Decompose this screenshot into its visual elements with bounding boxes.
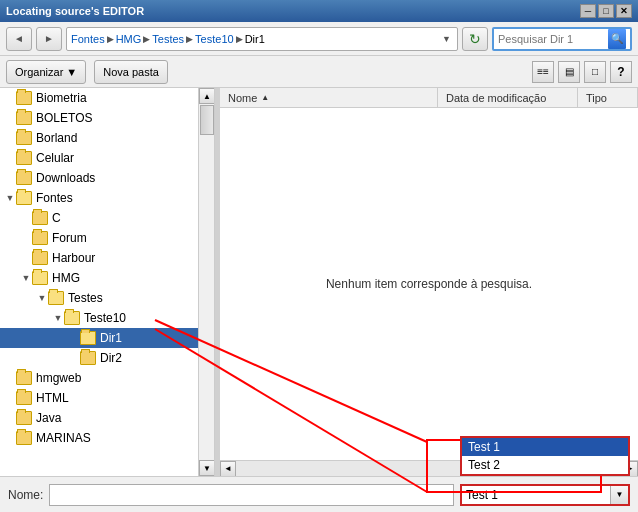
expand-icon — [4, 132, 16, 144]
expand-icon: ▼ — [20, 272, 32, 284]
col-name-label: Nome — [228, 92, 257, 104]
tree-label: Celular — [36, 151, 74, 165]
col-header-date[interactable]: Data de modificação — [438, 88, 578, 107]
tree-item-marinas[interactable]: MARINAS — [0, 428, 198, 448]
tree-item-hmg[interactable]: ▼ HMG — [0, 268, 198, 288]
tree-label: Forum — [52, 231, 87, 245]
tree-item-fontes[interactable]: ▼ Fontes — [0, 188, 198, 208]
window-title: Locating source's EDITOR — [6, 5, 144, 17]
empty-message: Nenhum item corresponde à pesquisa. — [326, 277, 532, 291]
scroll-down-arrow[interactable]: ▼ — [199, 460, 215, 476]
expand-icon — [4, 112, 16, 124]
folder-icon — [16, 131, 32, 145]
expand-icon — [20, 252, 32, 264]
nav-forward-button[interactable]: ► — [36, 27, 62, 51]
tree-item-boletos[interactable]: BOLETOS — [0, 108, 198, 128]
breadcrumb-dropdown-icon[interactable]: ▼ — [442, 34, 451, 44]
tree-label: Java — [36, 411, 61, 425]
title-bar-buttons: ─ □ ✕ — [580, 4, 632, 18]
help-button[interactable]: ? — [610, 61, 632, 83]
tree-item-downloads[interactable]: Downloads — [0, 168, 198, 188]
main-content: Biometria BOLETOS Borland Celular Downlo… — [0, 88, 638, 476]
folder-icon — [16, 391, 32, 405]
tree-item-c[interactable]: C — [0, 208, 198, 228]
tree-label: BOLETOS — [36, 111, 92, 125]
tree-label: Dir2 — [100, 351, 122, 365]
tree-item-html[interactable]: HTML — [0, 388, 198, 408]
expand-icon: ▼ — [36, 292, 48, 304]
tree-label: Dir1 — [100, 331, 122, 345]
dropdown-option-test2[interactable]: Test 2 — [462, 456, 628, 474]
tree-item-hmgweb[interactable]: hmgweb — [0, 368, 198, 388]
tree-item-borland[interactable]: Borland — [0, 128, 198, 148]
tree-label: HMG — [52, 271, 80, 285]
expand-icon — [20, 232, 32, 244]
folder-icon — [64, 311, 80, 325]
breadcrumb-fontes[interactable]: Fontes — [71, 33, 105, 45]
dropdown-popup: Test 1 Test 2 — [460, 436, 630, 476]
tree-item-harbour[interactable]: Harbour — [0, 248, 198, 268]
col-header-type[interactable]: Tipo — [578, 88, 638, 107]
search-input[interactable] — [498, 33, 608, 45]
expand-icon — [4, 92, 16, 104]
dropdown-arrow-button[interactable]: ▼ — [610, 486, 628, 504]
breadcrumb[interactable]: Fontes ▶ HMG ▶ Testes ▶ Teste10 ▶ Dir1 ▼ — [66, 27, 458, 51]
tree-item-forum[interactable]: Forum — [0, 228, 198, 248]
breadcrumb-dir1[interactable]: Dir1 — [245, 33, 265, 45]
refresh-button[interactable]: ↻ — [462, 27, 488, 51]
folder-icon — [48, 291, 64, 305]
bottom-bar: Nome: Test 1 ▼ — [0, 476, 638, 512]
maximize-button[interactable]: □ — [598, 4, 614, 18]
tree-item-dir1[interactable]: Dir1 — [0, 328, 198, 348]
tree-label: Borland — [36, 131, 77, 145]
dropdown-option-test1[interactable]: Test 1 — [462, 438, 628, 456]
nome-label: Nome: — [8, 488, 43, 502]
tree-label: HTML — [36, 391, 69, 405]
tree-item-celular[interactable]: Celular — [0, 148, 198, 168]
tree-label: Teste10 — [84, 311, 126, 325]
scroll-up-arrow[interactable]: ▲ — [199, 88, 215, 104]
folder-icon — [32, 211, 48, 225]
view-details-button[interactable]: ▤ — [558, 61, 580, 83]
h-scroll-left-arrow[interactable]: ◄ — [220, 461, 236, 477]
vertical-scrollbar[interactable]: ▲ ▼ — [198, 88, 214, 476]
breadcrumb-sep4: ▶ — [236, 34, 243, 44]
nav-back-button[interactable]: ◄ — [6, 27, 32, 51]
expand-icon — [4, 152, 16, 164]
view-list-button[interactable]: ≡≡ — [532, 61, 554, 83]
right-panel: Nome ▲ Data de modificação Tipo Nenhum i… — [220, 88, 638, 476]
title-bar: Locating source's EDITOR ─ □ ✕ — [0, 0, 638, 22]
expand-icon — [20, 212, 32, 224]
nome-input[interactable] — [49, 484, 454, 506]
folder-icon — [16, 151, 32, 165]
expand-icon — [4, 432, 16, 444]
folder-icon — [16, 371, 32, 385]
tree-label: Harbour — [52, 251, 95, 265]
close-button[interactable]: ✕ — [616, 4, 632, 18]
scroll-thumb[interactable] — [200, 105, 214, 135]
folder-icon — [16, 111, 32, 125]
search-submit-button[interactable]: 🔍 — [608, 29, 626, 49]
breadcrumb-teste10[interactable]: Teste10 — [195, 33, 234, 45]
breadcrumb-sep2: ▶ — [143, 34, 150, 44]
type-dropdown[interactable]: Test 1 ▼ — [460, 484, 630, 506]
tree-item-java[interactable]: Java — [0, 408, 198, 428]
file-area: Nenhum item corresponde à pesquisa. — [220, 108, 638, 460]
col-header-name[interactable]: Nome ▲ — [220, 88, 438, 107]
folder-icon — [80, 331, 96, 345]
expand-icon — [68, 332, 80, 344]
nova-pasta-button[interactable]: Nova pasta — [94, 60, 168, 84]
tree-item-teste10[interactable]: ▼ Teste10 — [0, 308, 198, 328]
tree-label: hmgweb — [36, 371, 81, 385]
minimize-button[interactable]: ─ — [580, 4, 596, 18]
search-bar: 🔍 — [492, 27, 632, 51]
tree-item-dir2[interactable]: Dir2 — [0, 348, 198, 368]
tree-item-testes[interactable]: ▼ Testes — [0, 288, 198, 308]
view-icons-button[interactable]: □ — [584, 61, 606, 83]
tree-item-biometria[interactable]: Biometria — [0, 88, 198, 108]
breadcrumb-hmg[interactable]: HMG — [116, 33, 142, 45]
breadcrumb-testes[interactable]: Testes — [152, 33, 184, 45]
organizar-button[interactable]: Organizar ▼ — [6, 60, 86, 84]
expand-icon — [4, 172, 16, 184]
folder-tree: Biometria BOLETOS Borland Celular Downlo… — [0, 88, 215, 476]
